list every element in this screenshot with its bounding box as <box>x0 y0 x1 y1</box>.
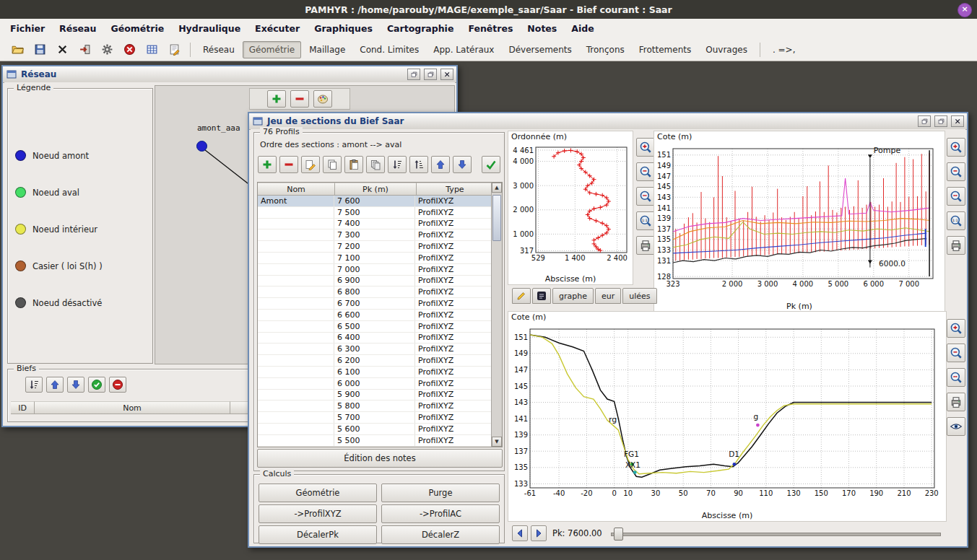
notes-button[interactable] <box>164 40 184 59</box>
zoom-out-button[interactable] <box>947 162 965 181</box>
toolbar-extra-button[interactable]: . =>, <box>766 41 802 58</box>
zoom-fit-button[interactable] <box>636 187 655 206</box>
sort-desc-button[interactable] <box>25 377 43 393</box>
tab-graphe[interactable]: graphe <box>552 288 594 304</box>
next-section-button[interactable] <box>531 525 547 541</box>
table-row[interactable]: 7 200ProfilXYZ <box>258 241 492 253</box>
zoom-one-button[interactable]: 1:1 <box>947 211 965 230</box>
duplicate-button[interactable] <box>366 156 385 173</box>
table-row[interactable]: 6 300ProfilXYZ <box>258 344 492 355</box>
table-row[interactable]: 7 300ProfilXYZ <box>258 229 492 241</box>
apply-button[interactable] <box>482 156 500 173</box>
menu-item-fenetres[interactable]: Fenêtres <box>461 20 520 37</box>
undock-button[interactable] <box>407 69 420 80</box>
calc-button-profilxyz[interactable]: ->ProfilXYZ <box>259 504 377 523</box>
menu-item-notes[interactable]: Notes <box>520 20 564 37</box>
biefs-column-id[interactable]: ID <box>11 401 35 414</box>
zoom-fit-button[interactable] <box>947 187 965 206</box>
previous-section-button[interactable] <box>512 525 528 541</box>
calc-button-geometrie[interactable]: Géométrie <box>259 484 377 502</box>
column-header-type[interactable]: Type <box>417 183 493 196</box>
column-header-pk-m[interactable]: Pk (m) <box>335 183 417 196</box>
toolbar-button-deversements[interactable]: Déversements <box>502 41 578 58</box>
remove-button[interactable] <box>279 156 298 173</box>
scrollbar-thumb[interactable] <box>492 195 501 241</box>
toolbar-button-reseau[interactable]: Réseau <box>196 41 241 58</box>
menu-item-geometrie[interactable]: Géométrie <box>103 20 171 37</box>
grid-button[interactable] <box>142 40 162 59</box>
eye-button[interactable] <box>947 417 965 436</box>
add-button[interactable] <box>267 90 286 108</box>
tab-notes-dark[interactable] <box>532 288 551 304</box>
edit-notes-button[interactable]: Édition des notes <box>257 449 503 468</box>
table-row[interactable]: 5 900ProfilXYZ <box>258 390 492 401</box>
close-window-button[interactable] <box>951 115 964 127</box>
sections-window-titlebar[interactable]: Jeu de sections du Bief Saar <box>249 113 967 130</box>
upstream-node[interactable] <box>196 141 207 152</box>
paste-button[interactable] <box>344 156 363 173</box>
toolbar-button-cond-limites[interactable]: Cond. Limites <box>353 41 425 58</box>
zoom-out-button[interactable] <box>947 344 965 362</box>
table-row[interactable]: 5 800ProfilXYZ <box>258 401 492 412</box>
delete-x-button[interactable] <box>52 40 72 59</box>
menu-item-graphiques[interactable]: Graphiques <box>307 20 380 37</box>
stop-button[interactable] <box>119 40 139 59</box>
calc-button-profilac[interactable]: ->ProfilAC <box>381 504 500 523</box>
maximize-button[interactable] <box>424 69 437 80</box>
table-row[interactable]: 6 500ProfilXYZ <box>258 321 492 333</box>
print-button[interactable] <box>947 236 965 255</box>
pk-slider[interactable] <box>611 526 941 541</box>
close-window-button[interactable] <box>440 69 453 80</box>
toolbar-button-troncons[interactable]: Tronçons <box>580 41 631 58</box>
biefs-column-nom[interactable]: Nom <box>35 401 230 414</box>
print-button[interactable] <box>947 393 965 411</box>
table-row[interactable]: 6 400ProfilXYZ <box>258 333 492 344</box>
sort-asc-button[interactable] <box>409 156 428 173</box>
table-row[interactable]: 6 200ProfilXYZ <box>258 355 492 367</box>
move-up-button[interactable] <box>431 156 450 173</box>
tab-eur[interactable]: eur <box>595 288 621 304</box>
scroll-down-button[interactable]: ▼ <box>492 437 502 447</box>
menu-item-fichier[interactable]: Fichier <box>3 20 52 37</box>
add-button[interactable] <box>258 156 277 173</box>
table-row[interactable]: 7 100ProfilXYZ <box>258 253 492 264</box>
minus-circle-button[interactable] <box>109 377 126 393</box>
calc-button-purge[interactable]: Purge <box>381 484 500 502</box>
table-row[interactable]: 6 100ProfilXYZ <box>258 367 492 378</box>
table-scrollbar[interactable]: ▲ ▼ <box>491 183 502 447</box>
undock-button[interactable] <box>918 115 931 127</box>
reseau-window-titlebar[interactable]: Réseau <box>3 66 456 83</box>
slider-groove[interactable] <box>611 533 941 536</box>
settings-button[interactable] <box>97 40 117 59</box>
plan-plot[interactable]: Ordonnée (m) 4 4614 0003 0002 0001 00031… <box>508 131 633 285</box>
toolbar-button-geometrie[interactable]: Géométrie <box>243 41 301 58</box>
toolbar-button-ouvrages[interactable]: Ouvrages <box>699 41 754 58</box>
import-button[interactable] <box>74 40 95 59</box>
menu-item-hydraulique[interactable]: Hydraulique <box>171 20 248 37</box>
table-row[interactable]: 6 800ProfilXYZ <box>258 286 492 298</box>
toolbar-button-app-lateraux[interactable]: App. Latéraux <box>427 41 500 58</box>
cross-section-plot[interactable]: Cote (m) 151149147145143141139137135133-… <box>508 311 947 522</box>
copy-button[interactable] <box>323 156 342 173</box>
palette-button[interactable] <box>313 90 332 108</box>
check-circle-button[interactable] <box>88 377 105 393</box>
move-down-button[interactable] <box>453 156 472 173</box>
app-close-button[interactable]: × <box>958 3 972 17</box>
table-row[interactable]: Amont7 600ProfilXYZ <box>258 196 492 207</box>
save-button[interactable] <box>30 40 50 59</box>
tab-ulees[interactable]: ulées <box>622 288 656 304</box>
toolbar-button-frottements[interactable]: Frottements <box>633 41 698 58</box>
zoom-out-button[interactable] <box>636 162 655 181</box>
tab-edit[interactable] <box>512 288 531 304</box>
longitudinal-plot[interactable]: Cote (m) 1511491471451431411391371351331… <box>653 131 945 312</box>
sort-desc-button[interactable] <box>388 156 407 173</box>
zoom-in-button[interactable] <box>947 138 965 157</box>
calc-button-decalerz[interactable]: DécalerZ <box>381 525 500 544</box>
edit-button[interactable] <box>301 156 320 173</box>
move-up-button[interactable] <box>46 377 64 393</box>
zoom-in-button[interactable] <box>636 138 655 157</box>
slider-handle[interactable] <box>614 528 623 541</box>
zoom-fit-button[interactable] <box>947 368 965 387</box>
table-row[interactable]: 6 600ProfilXYZ <box>258 310 492 321</box>
table-row[interactable]: 5 500ProfilXYZ <box>258 435 492 447</box>
